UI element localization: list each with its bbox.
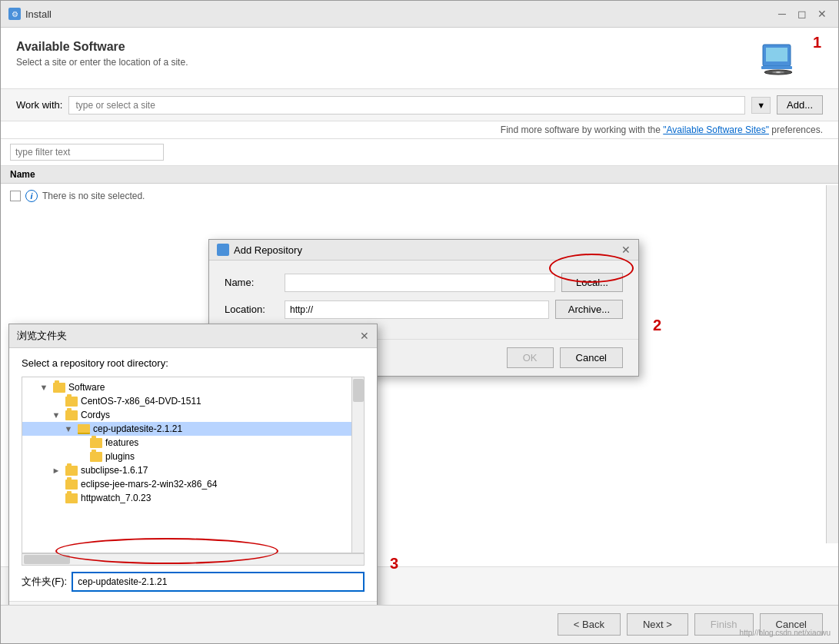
no-site-text: There is no site selected. (42, 191, 145, 201)
location-label: Location: (225, 304, 278, 315)
folder-icon (53, 383, 65, 393)
dialog-titlebar: Add Repository ✕ (209, 240, 638, 261)
tree-scrollbar[interactable] (351, 377, 364, 553)
main-content: Name i There is no site selected. Hide i… (1, 139, 838, 605)
header-text: Available Software Select a site or ente… (16, 40, 188, 68)
dialog-title-left: Add Repository (217, 244, 302, 256)
browse-subtitle: Select a repository root directory: (22, 357, 365, 369)
title-bar: ⚙ Install ─ ◻ ✕ (1, 1, 838, 28)
folder-icon-open (78, 424, 90, 434)
dropdown-button[interactable]: ▼ (751, 97, 771, 114)
folder-icon (65, 466, 78, 476)
watermark: http://blog.csdn.net/xiaowu (740, 629, 831, 637)
location-row: Location: Archive... (225, 300, 623, 319)
tree-item-httpwatch[interactable]: httpwatch_7.0.23 (22, 491, 364, 505)
install-header: Available Software Select a site or ente… (1, 28, 838, 89)
dialog-cancel-button[interactable]: Cancel (560, 347, 623, 368)
step-1-label: 1 (813, 34, 821, 51)
tree-item-eclipse-jee[interactable]: eclipse-jee-mars-2-win32-x86_64 (22, 477, 364, 491)
folder-icon (90, 452, 102, 462)
tree-item-software[interactable]: ▼ Software (22, 380, 364, 394)
location-input[interactable] (285, 300, 549, 319)
step-2-label: 2 (653, 317, 661, 334)
dialog-title: Add Repository (234, 244, 302, 256)
scrollbar-thumb[interactable] (353, 379, 364, 402)
browse-dialog: 浏览文件夹 ✕ Select a repository root directo… (8, 324, 378, 605)
svg-point-5 (776, 71, 781, 73)
tree-container[interactable]: ▼ Software CentOS-7-x86_64-DVD-1511 ▼ Co… (22, 377, 365, 553)
info-icon: i (25, 190, 38, 202)
filter-input[interactable] (10, 144, 164, 161)
footer-buttons: < Back Next > Finish Cancel (1, 605, 838, 643)
software-sites-row: Find more software by working with the "… (1, 121, 838, 139)
archive-button[interactable]: Archive... (555, 300, 623, 319)
name-column-header: Name (10, 169, 35, 180)
next-button[interactable]: Next > (627, 613, 688, 636)
table-header: Name (1, 166, 838, 184)
back-button[interactable]: < Back (558, 613, 621, 636)
work-with-row: Work with: ▼ Add... (1, 89, 838, 121)
browse-titlebar: 浏览文件夹 ✕ (9, 324, 377, 348)
h-scrollbar[interactable] (22, 553, 365, 566)
add-button[interactable]: Add... (777, 95, 823, 115)
folder-icon (65, 493, 78, 503)
software-sites-prefix: Find more software by working with the (501, 124, 663, 135)
folder-icon (65, 480, 78, 490)
name-input[interactable] (285, 274, 555, 292)
minimize-button[interactable]: ─ (774, 5, 791, 22)
title-bar-controls: ─ ◻ ✕ (774, 5, 831, 22)
window-title: Install (25, 8, 52, 20)
browse-close-button[interactable]: ✕ (360, 330, 369, 342)
folder-icon (65, 397, 78, 407)
browse-title: 浏览文件夹 (17, 329, 67, 343)
maximize-button[interactable]: ◻ (794, 5, 811, 22)
header-icon (757, 40, 800, 77)
title-bar-left: ⚙ Install (8, 8, 52, 20)
no-site-checkbox[interactable] (10, 191, 21, 201)
work-with-input[interactable] (68, 96, 745, 115)
tree-item-centos[interactable]: CentOS-7-x86_64-DVD-1511 (22, 394, 364, 408)
svg-rect-1 (766, 48, 787, 61)
h-scrollbar-thumb[interactable] (24, 555, 70, 564)
folder-path-row: 文件夹(F): (22, 572, 365, 592)
tree-item-cep[interactable]: ▼ cep-updatesite-2.1.21 (22, 422, 364, 436)
dialog-icon (217, 244, 229, 256)
name-label: Name: (225, 277, 278, 288)
name-row: Name: Local... (225, 273, 623, 292)
tree-item-plugins[interactable]: plugins (22, 450, 364, 463)
main-scrollbar[interactable] (826, 185, 838, 543)
folder-icon (65, 410, 78, 420)
page-title: Available Software (16, 40, 188, 54)
local-button[interactable]: Local... (561, 273, 623, 292)
work-with-label: Work with: (16, 99, 62, 111)
tree-item-cordys[interactable]: ▼ Cordys (22, 408, 364, 422)
tree-item-subclipse[interactable]: ► subclipse-1.6.17 (22, 463, 364, 477)
install-window: ⚙ Install ─ ◻ ✕ Available Software Selec… (0, 0, 839, 644)
close-button[interactable]: ✕ (814, 5, 831, 22)
software-sites-suffix: preferences. (771, 124, 823, 135)
browse-content: Select a repository root directory: ▼ So… (9, 348, 377, 601)
folder-path-label: 文件夹(F): (22, 575, 67, 589)
folder-path-input[interactable] (72, 572, 365, 592)
no-site-row: i There is no site selected. (1, 184, 838, 208)
page-subtitle: Select a site or enter the location of a… (16, 57, 188, 68)
folder-icon (90, 438, 102, 448)
svg-rect-2 (761, 66, 792, 69)
browse-footer: 新建文件夹(M) 确定 取消 (9, 601, 377, 605)
filter-row (1, 139, 838, 166)
dialog-close-button[interactable]: ✕ (621, 244, 631, 256)
install-icon: ⚙ (8, 8, 21, 20)
dialog-ok-button[interactable]: OK (507, 347, 554, 368)
software-sites-link[interactable]: "Available Software Sites" (663, 124, 769, 135)
tree-item-features[interactable]: features (22, 436, 364, 450)
